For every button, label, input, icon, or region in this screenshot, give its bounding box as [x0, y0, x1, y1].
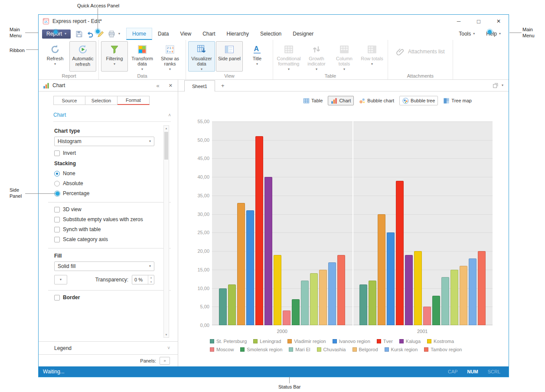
menu-tab-selection[interactable]: Selection [255, 28, 287, 40]
close-button[interactable]: ✕ [489, 15, 509, 28]
view-toggle-tree-map[interactable]: Tree map [440, 96, 475, 105]
view-toggle-chart[interactable]: Chart [328, 96, 354, 105]
bar-kostroma-2000[interactable] [274, 255, 281, 325]
option-substitute-empty-values-with-zeros[interactable]: Substitute empty values with zeros [54, 216, 154, 222]
legend-item-chuvashia[interactable]: Chuvashia [317, 347, 346, 352]
view-toggle-bubble-chart[interactable]: Bubble chart [356, 96, 397, 105]
border-checkbox-row[interactable]: Border [54, 294, 154, 301]
fill-color-dropdown[interactable]: ▾ [54, 275, 67, 284]
stacking-option-absolute[interactable]: Absolute [54, 180, 154, 186]
legend-section-header[interactable]: Legend ˅ [39, 341, 178, 354]
bar-vladimir-region-2001[interactable] [378, 214, 385, 325]
scroll-up-icon[interactable]: ▲ [164, 126, 169, 131]
menu-tab-home[interactable]: Home [126, 28, 152, 40]
panel-tab-format[interactable]: Format [117, 96, 150, 105]
legend-item-tambov-region[interactable]: Tambov region [424, 347, 462, 352]
bar-moscow-2001[interactable] [423, 307, 431, 325]
chevron-down-icon[interactable]: ˅ [167, 346, 170, 350]
legend-item-st-petersburg[interactable]: St. Petersburg [210, 339, 247, 344]
menu-tab-chart[interactable]: Chart [197, 28, 221, 40]
scroll-down-icon[interactable]: ▼ [164, 332, 169, 337]
menu-tab-hierarchy[interactable]: Hierarchy [221, 28, 255, 40]
panel-tab-source[interactable]: Source [53, 96, 85, 105]
fill-type-dropdown[interactable]: Solid fill ▾ [54, 261, 154, 271]
collapse-panel-icon[interactable]: « [157, 82, 160, 89]
panels-expand-button[interactable]: » [160, 357, 170, 365]
bar-ivanovo-region-2001[interactable] [387, 232, 395, 325]
legend-item-belgorod[interactable]: Belgorod [352, 347, 378, 352]
spin-up-icon[interactable]: ▲ [148, 275, 154, 280]
ribbon-button-automatic-refresh[interactable]: Automatic refresh [69, 41, 96, 72]
menu-tab-designer[interactable]: Designer [287, 28, 319, 40]
scrollbar-thumb[interactable] [164, 132, 168, 160]
radio-absolute[interactable] [54, 181, 60, 186]
panel-scrollbar[interactable]: ▲ ▼ [163, 125, 169, 338]
border-checkbox[interactable] [54, 295, 60, 301]
legend-item-kostroma[interactable]: Kostroma [427, 339, 454, 344]
chart-section-header[interactable]: Chart ˄ [53, 112, 171, 122]
menu-tab-data[interactable]: Data [152, 28, 174, 40]
legend-item-kursk-region[interactable]: Kursk region [385, 347, 418, 352]
bar-st-petersburg-2000[interactable] [219, 288, 227, 325]
window-layout-icon[interactable] [493, 82, 499, 88]
print-icon[interactable] [108, 30, 115, 38]
legend-item-smolensk-region[interactable]: Smolensk region [240, 347, 282, 352]
checkbox-3d-view[interactable] [54, 207, 60, 212]
ribbon-button-visualizer-data[interactable]: Visualizer data▾ [188, 41, 215, 72]
chevron-up-icon[interactable]: ˄ [168, 113, 171, 118]
checkbox-scale-category-axis[interactable] [54, 237, 60, 242]
legend-item-kaluga[interactable]: Kaluga [399, 339, 421, 344]
minimize-button[interactable]: ─ [449, 15, 469, 28]
panel-tab-selection[interactable]: Selection [85, 96, 117, 105]
bar-moscow-2000[interactable] [283, 310, 290, 325]
invert-checkbox[interactable] [54, 150, 60, 156]
legend-item-leningrad[interactable]: Leningrad [253, 339, 281, 344]
bar-kaluga-2001[interactable] [405, 255, 413, 325]
ribbon-button-side-panel[interactable]: Side panel [216, 41, 243, 72]
bar-smolensk-region-2001[interactable] [432, 296, 440, 325]
legend-item-mari-el[interactable]: Mari El [289, 347, 310, 352]
ribbon-button-transform-data[interactable]: Transform data▾ [129, 41, 156, 72]
option-scale-category-axis[interactable]: Scale category axis [54, 236, 154, 242]
ribbon-button-title[interactable]: ATitle▾ [244, 41, 271, 72]
close-panel-icon[interactable]: ✕ [169, 83, 173, 88]
checkbox-synch-with-table[interactable] [54, 227, 60, 232]
radio-none[interactable] [54, 171, 60, 176]
bar-tambov-region-2001[interactable] [478, 251, 486, 325]
bar-kaluga-2000[interactable] [264, 177, 272, 325]
caret-down-icon[interactable]: ▾ [118, 32, 120, 36]
bar-chuvashia-2000[interactable] [310, 273, 318, 325]
bar-belgorod-2000[interactable] [319, 270, 327, 325]
bar-kursk-region-2001[interactable] [469, 258, 476, 325]
caret-down-icon[interactable]: ▾ [502, 84, 503, 87]
add-sheet-button[interactable]: + [221, 82, 225, 89]
bar-kostroma-2001[interactable] [414, 251, 422, 325]
stacking-option-percentage[interactable]: Percentage [54, 190, 154, 196]
bar-smolensk-region-2000[interactable] [292, 299, 300, 325]
legend-item-moscow[interactable]: Moscow [210, 347, 234, 352]
bar-ivanovo-region-2000[interactable] [246, 210, 254, 325]
save-icon[interactable] [75, 30, 83, 38]
sheet-tab[interactable]: Sheet1 [184, 80, 215, 91]
bar-mari-el-2000[interactable] [301, 281, 309, 325]
view-toggle-bubble-tree[interactable]: Bubble tree [399, 96, 438, 105]
transparency-spinner[interactable]: 0 % ▲ ▼ [132, 275, 154, 284]
maximize-button[interactable]: □ [469, 15, 489, 28]
legend-item-tver[interactable]: Tver [377, 339, 393, 344]
bar-tver-2000[interactable] [255, 136, 263, 325]
undo-icon[interactable] [86, 30, 94, 38]
bar-tver-2001[interactable] [396, 181, 404, 325]
bar-leningrad-2001[interactable] [369, 281, 376, 325]
bar-leningrad-2000[interactable] [228, 284, 236, 325]
tools-menu[interactable]: Tools ▾ [459, 31, 475, 37]
bar-tambov-region-2000[interactable] [337, 255, 345, 325]
bar-mari-el-2001[interactable] [441, 277, 449, 325]
invert-checkbox-row[interactable]: Invert [54, 150, 154, 156]
bar-kursk-region-2000[interactable] [328, 262, 336, 325]
chart-type-dropdown[interactable]: Histogram ▾ [54, 137, 154, 146]
spin-down-icon[interactable]: ▼ [148, 280, 154, 284]
bar-vladimir-region-2000[interactable] [237, 203, 245, 325]
option-3d-view[interactable]: 3D view [54, 206, 154, 212]
option-synch-with-table[interactable]: Synch with table [54, 226, 154, 232]
stacking-option-none[interactable]: None [54, 170, 154, 176]
